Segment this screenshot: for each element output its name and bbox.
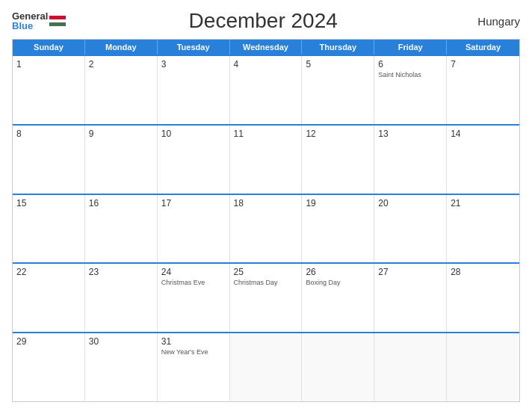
day-number: 5 [306,59,370,69]
cal-cell-4-3: 24Christmas Eve [158,264,230,332]
week-row-5: 293031New Year's Eve [13,332,519,401]
cal-cell-3-5: 19 [302,195,374,263]
day-number: 6 [378,59,442,69]
cal-cell-2-4: 11 [230,126,303,194]
header-day-tuesday: Tuesday [158,40,230,55]
day-number: 26 [306,267,370,277]
cal-cell-3-6: 20 [374,195,447,263]
day-event: Saint Nicholas [378,71,442,79]
day-number: 19 [306,198,370,208]
cal-cell-5-2: 30 [85,333,158,401]
header-day-monday: Monday [85,40,158,55]
calendar-title: December 2024 [66,9,460,33]
day-number: 12 [306,129,370,139]
logo-flag [49,16,66,26]
day-number: 1 [16,59,81,69]
day-number: 8 [16,129,81,139]
cal-cell-3-2: 16 [85,195,158,263]
cal-cell-1-5: 5 [302,56,374,124]
cal-cell-1-7: 7 [447,56,519,124]
cal-cell-5-4 [230,333,303,401]
day-number: 16 [89,198,153,208]
logo-text: General Blue [12,11,66,31]
cal-cell-5-5 [302,333,374,401]
week-row-1: 123456Saint Nicholas7 [13,55,519,124]
day-number: 20 [378,198,442,208]
day-number: 23 [89,267,153,277]
day-number: 18 [234,198,298,208]
calendar-header: SundayMondayTuesdayWednesdayThursdayFrid… [13,40,519,55]
cal-cell-1-2: 2 [85,56,158,124]
day-number: 29 [16,336,81,347]
day-event: Boxing Day [306,279,370,287]
cal-cell-1-6: 6Saint Nicholas [374,56,447,124]
header: General Blue December 2024 Hungary [12,9,520,33]
page: General Blue December 2024 Hungary Sunda… [0,0,532,411]
day-number: 15 [16,198,81,208]
header-day-saturday: Saturday [447,40,519,55]
cal-cell-4-4: 25Christmas Day [230,264,303,332]
day-number: 13 [378,129,442,139]
day-number: 11 [234,129,298,139]
cal-cell-4-7: 28 [447,264,519,332]
week-row-4: 222324Christmas Eve25Christmas Day26Boxi… [13,262,519,332]
header-day-sunday: Sunday [13,40,85,55]
day-number: 28 [451,267,516,277]
cal-cell-4-1: 22 [13,264,85,332]
day-number: 22 [16,267,81,277]
header-day-thursday: Thursday [302,40,374,55]
day-number: 2 [89,59,153,69]
day-event: Christmas Day [234,279,298,287]
cal-cell-3-1: 15 [13,195,85,263]
day-event: New Year's Eve [161,348,226,356]
week-row-3: 15161718192021 [13,194,519,263]
cal-cell-5-3: 31New Year's Eve [158,333,230,401]
cal-cell-4-6: 27 [374,264,447,332]
cal-cell-2-2: 9 [85,126,158,194]
cal-cell-2-7: 14 [447,126,519,194]
day-number: 27 [378,267,442,277]
day-number: 21 [451,198,516,208]
day-number: 24 [161,267,226,277]
logo: General Blue [12,11,66,31]
cal-cell-3-7: 21 [447,195,519,263]
day-number: 31 [161,336,226,347]
day-number: 30 [89,336,153,347]
cal-cell-2-3: 10 [158,126,230,194]
day-number: 25 [234,267,298,277]
calendar-body: 123456Saint Nicholas78910111213141516171… [13,55,519,401]
cal-cell-4-5: 26Boxing Day [302,264,374,332]
header-day-friday: Friday [374,40,447,55]
cal-cell-5-7 [447,333,519,401]
cal-cell-2-1: 8 [13,126,85,194]
cal-cell-1-3: 3 [158,56,230,124]
cal-cell-2-6: 13 [374,126,447,194]
logo-blue: Blue [12,21,48,31]
week-row-2: 891011121314 [13,124,519,194]
cal-cell-2-5: 12 [302,126,374,194]
calendar: SundayMondayTuesdayWednesdayThursdayFrid… [12,39,520,402]
day-number: 9 [89,129,153,139]
day-number: 17 [161,198,226,208]
day-number: 4 [234,59,298,69]
day-number: 7 [451,59,516,69]
country-label: Hungary [460,15,520,28]
cal-cell-5-6 [374,333,447,401]
cal-cell-5-1: 29 [13,333,85,401]
day-event: Christmas Eve [161,279,226,287]
day-number: 10 [161,129,226,139]
day-number: 14 [451,129,516,139]
cal-cell-1-1: 1 [13,56,85,124]
day-number: 3 [161,59,226,69]
header-day-wednesday: Wednesday [230,40,303,55]
cal-cell-1-4: 4 [230,56,303,124]
cal-cell-3-4: 18 [230,195,303,263]
cal-cell-3-3: 17 [158,195,230,263]
cal-cell-4-2: 23 [85,264,158,332]
